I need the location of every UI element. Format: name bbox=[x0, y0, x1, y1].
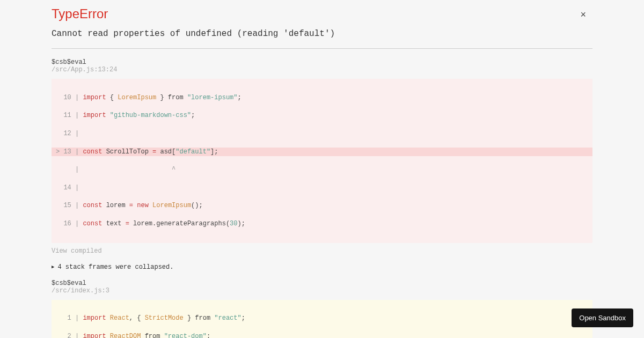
view-compiled-link[interactable]: View compiled bbox=[52, 247, 592, 255]
collapsed-frames-label: 4 stack frames were collapsed. bbox=[57, 263, 173, 271]
code-block: 10 | import { LoremIpsum } from "lorem-i… bbox=[52, 79, 592, 243]
error-message: Cannot read properties of undefined (rea… bbox=[52, 29, 592, 39]
open-sandbox-button[interactable]: Open Sandbox bbox=[572, 308, 633, 327]
code-block: 1 | import React, { StrictMode } from "r… bbox=[52, 300, 592, 338]
stack-frame-location: /src/App.js:13:24 bbox=[52, 66, 592, 74]
divider bbox=[52, 48, 592, 49]
stack-frame-label: $csb$eval bbox=[52, 280, 592, 287]
stack-frame-label: $csb$eval bbox=[52, 58, 592, 66]
close-icon[interactable]: × bbox=[580, 10, 586, 19]
collapsed-frames-toggle[interactable]: ▶ 4 stack frames were collapsed. bbox=[52, 263, 592, 271]
arrow-right-icon: ▶ bbox=[52, 264, 54, 270]
error-title: TypeError bbox=[52, 6, 592, 21]
stack-frame-location: /src/index.js:3 bbox=[52, 287, 592, 295]
